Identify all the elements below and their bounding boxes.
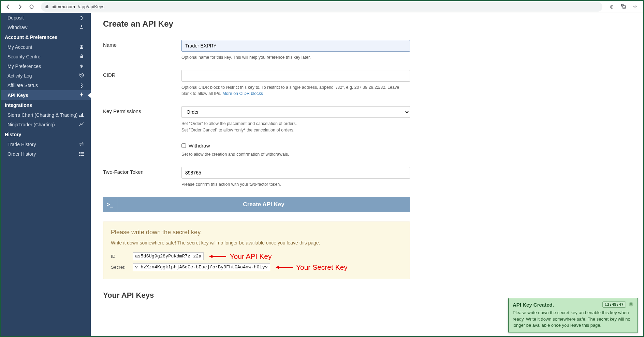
sidebar-item-activity-log[interactable]: Activity Log bbox=[1, 71, 91, 81]
toast-close-button[interactable] bbox=[629, 302, 633, 308]
svg-rect-15 bbox=[79, 153, 80, 154]
withdraw-help: Set to allow the creation and confirmati… bbox=[181, 151, 410, 157]
toast-body: Please write down the secret key and ena… bbox=[513, 310, 633, 328]
withdraw-label: Withdraw bbox=[189, 143, 210, 149]
secret-key-value[interactable]: v_hzXzn4KggklphjAScCc-bEuejforBy9FhtGAo4… bbox=[133, 263, 270, 271]
permissions-select[interactable]: Order bbox=[181, 106, 410, 118]
sidebar-item-security[interactable]: Security Centre bbox=[1, 52, 91, 61]
divider bbox=[103, 33, 631, 33]
sidebar-item-label: Security Centre bbox=[8, 54, 40, 59]
sidebar-item-label: My Preferences bbox=[8, 64, 41, 69]
line-chart-icon bbox=[78, 122, 85, 127]
sidebar-item-label: Trade History bbox=[8, 142, 36, 147]
bar-chart-icon bbox=[78, 113, 85, 118]
sidebar-item-label: Activity Log bbox=[8, 73, 32, 79]
svg-rect-0 bbox=[46, 6, 48, 8]
sidebar-item-label: Sierra Chart (Charting & Trading) bbox=[8, 112, 77, 118]
svg-rect-17 bbox=[79, 155, 80, 156]
reload-button[interactable] bbox=[27, 2, 36, 12]
notice-title: Please write down the secret key. bbox=[111, 229, 402, 236]
cidr-help: Optional CIDR block to restrict this key… bbox=[181, 84, 410, 97]
svg-rect-14 bbox=[80, 152, 84, 153]
cidr-input[interactable] bbox=[181, 70, 410, 82]
arrow-left-icon bbox=[209, 254, 226, 259]
bolt-icon bbox=[78, 92, 85, 98]
svg-rect-13 bbox=[79, 152, 80, 153]
withdraw-spacer bbox=[103, 143, 181, 157]
toast-timestamp: 13:49:47 bbox=[602, 301, 626, 308]
create-api-key-button[interactable]: >_ Create API Key bbox=[103, 197, 410, 212]
svg-rect-7 bbox=[80, 56, 83, 58]
browser-chrome: bitmex.com/app/apiKeys ⊕ 文A ☆ bbox=[1, 1, 643, 13]
lock-icon bbox=[45, 4, 49, 9]
svg-point-6 bbox=[80, 45, 83, 47]
main-content: Create an API Key Name Optional name for… bbox=[91, 13, 643, 337]
svg-marker-20 bbox=[209, 255, 213, 258]
terminal-icon: >_ bbox=[103, 197, 117, 212]
sidebar-item-api-keys[interactable]: API Keys bbox=[1, 90, 91, 100]
svg-text:A: A bbox=[624, 6, 625, 8]
sidebar-item-deposit[interactable]: Deposit ₿ bbox=[1, 13, 91, 23]
secret-label: Secret: bbox=[111, 265, 130, 270]
api-key-value[interactable]: as5dSUg9g28yPuKdmR7z_z2a bbox=[133, 252, 204, 260]
page-title: Create an API Key bbox=[103, 19, 631, 29]
list-icon bbox=[78, 152, 85, 157]
sidebar-item-sierra-chart[interactable]: Sierra Chart (Charting & Trading) bbox=[1, 110, 91, 120]
browser-extensions: ⊕ 文A ☆ bbox=[607, 3, 641, 10]
sidebar-item-label: NinjaTrader (Charting) bbox=[8, 122, 55, 127]
sidebar-item-my-account[interactable]: My Account bbox=[1, 42, 91, 52]
annotation-secret-key: Your Secret Key bbox=[276, 263, 348, 271]
translate-icon[interactable]: 文A bbox=[619, 3, 628, 10]
address-bar[interactable]: bitmex.com/app/apiKeys bbox=[41, 2, 602, 12]
sidebar: Deposit ₿ Withdraw Account & Preferences… bbox=[1, 13, 91, 337]
gear-icon: ✱ bbox=[78, 64, 85, 69]
sidebar-section-account: Account & Preferences bbox=[1, 32, 91, 42]
url-host: bitmex.com bbox=[52, 4, 75, 9]
sidebar-section-history: History bbox=[1, 129, 91, 140]
arrow-left-icon bbox=[276, 265, 293, 270]
sidebar-item-label: Affiliate Status bbox=[8, 83, 38, 88]
sidebar-item-trade-history[interactable]: Trade History bbox=[1, 140, 91, 149]
forward-button[interactable] bbox=[15, 2, 25, 12]
exchange-icon bbox=[78, 142, 85, 147]
svg-marker-22 bbox=[276, 266, 279, 269]
sidebar-section-integrations: Integrations bbox=[1, 100, 91, 110]
tfa-input[interactable] bbox=[181, 167, 410, 179]
cidr-link[interactable]: More on CIDR blocks bbox=[222, 91, 263, 96]
bitcoin-icon: ₿ bbox=[78, 15, 85, 20]
sidebar-item-affiliate[interactable]: Affiliate Status ₿ bbox=[1, 81, 91, 90]
svg-rect-16 bbox=[80, 153, 84, 154]
toast-notification: API Key Created. 13:49:47 Please write d… bbox=[508, 298, 638, 333]
id-label: ID: bbox=[111, 254, 130, 259]
withdraw-checkbox[interactable] bbox=[181, 143, 186, 148]
sidebar-item-order-history[interactable]: Order History bbox=[1, 149, 91, 159]
cidr-label: CIDR bbox=[103, 70, 181, 97]
svg-rect-8 bbox=[79, 115, 80, 116]
sidebar-item-ninjatrader[interactable]: NinjaTrader (Charting) bbox=[1, 120, 91, 129]
tfa-label: Two-Factor Token bbox=[103, 167, 181, 187]
back-button[interactable] bbox=[3, 2, 13, 12]
bookmark-icon[interactable]: ☆ bbox=[630, 4, 639, 10]
sidebar-item-label: Deposit bbox=[8, 15, 24, 20]
bitcoin-icon: ₿ bbox=[78, 83, 85, 88]
add-page-icon[interactable]: ⊕ bbox=[607, 4, 616, 10]
sidebar-item-label: My Account bbox=[8, 44, 32, 50]
history-icon bbox=[78, 73, 85, 79]
sidebar-item-label: Withdraw bbox=[8, 25, 27, 30]
svg-rect-18 bbox=[80, 155, 84, 156]
svg-rect-11 bbox=[79, 116, 84, 117]
svg-rect-9 bbox=[81, 114, 82, 116]
user-icon bbox=[78, 44, 85, 50]
sidebar-item-withdraw[interactable]: Withdraw bbox=[1, 23, 91, 32]
sidebar-item-label: API Keys bbox=[8, 93, 28, 98]
tfa-help: Please confirm this action with your two… bbox=[181, 181, 410, 187]
permissions-label: Key Permissions bbox=[103, 106, 181, 133]
svg-rect-10 bbox=[82, 113, 83, 116]
name-input[interactable] bbox=[181, 40, 410, 52]
name-label: Name bbox=[103, 40, 181, 60]
svg-rect-5 bbox=[80, 28, 83, 29]
svg-rect-12 bbox=[79, 126, 84, 126]
url-path: /app/apiKeys bbox=[78, 4, 104, 9]
permissions-help: Set "Order" to allow the placement and c… bbox=[181, 121, 410, 133]
sidebar-item-preferences[interactable]: My Preferences ✱ bbox=[1, 61, 91, 71]
